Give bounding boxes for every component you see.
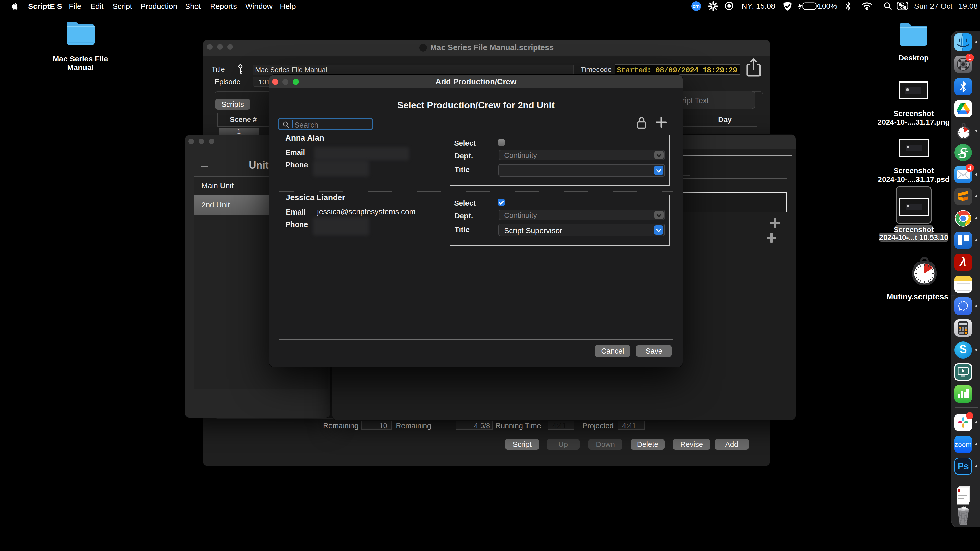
svg-text:~: ~ xyxy=(808,3,811,10)
